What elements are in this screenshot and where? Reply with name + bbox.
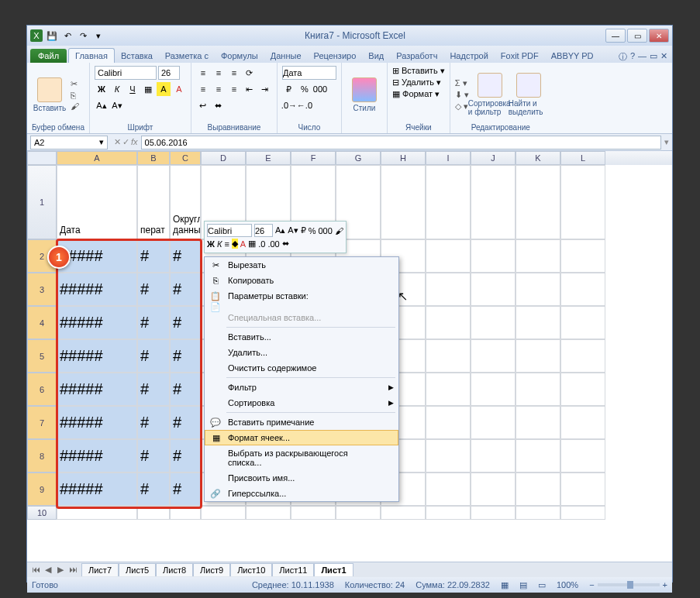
cm-comment[interactable]: 💬Вставить примечание — [205, 414, 398, 430]
align-top-icon[interactable]: ≡ — [196, 66, 210, 80]
col-header-H[interactable]: H — [381, 151, 426, 165]
dec-decimal-icon[interactable]: ←.0 — [298, 98, 312, 112]
cell[interactable] — [516, 506, 560, 520]
cell[interactable] — [560, 165, 605, 239]
col-header-E[interactable]: E — [246, 151, 291, 165]
cancel-edit-icon[interactable]: ✕ — [114, 137, 121, 147]
fx-icon[interactable]: fx — [131, 137, 138, 147]
paste-button[interactable]: Вставить — [32, 66, 67, 123]
cell[interactable] — [426, 339, 471, 373]
col-header-A[interactable]: A — [57, 151, 137, 165]
cells-format-button[interactable]: ▦ Формат ▾ — [392, 89, 445, 99]
zoom-level[interactable]: 100% — [557, 580, 578, 589]
cell[interactable] — [516, 373, 560, 406]
maximize-button[interactable]: ▭ — [627, 29, 647, 43]
doc-max-icon[interactable]: ▭ — [650, 51, 657, 63]
cm-delete[interactable]: Удалить... — [205, 345, 398, 360]
sheet-last-icon[interactable]: ⏭ — [67, 565, 78, 575]
cell[interactable] — [426, 306, 471, 339]
fill-icon[interactable]: ⬇ ▾ — [455, 90, 469, 100]
mini-bold-icon[interactable]: Ж — [207, 239, 215, 249]
cell[interactable] — [471, 473, 516, 506]
formula-bar[interactable]: 05.06.2016 — [141, 136, 661, 150]
col-header-G[interactable]: G — [336, 151, 381, 165]
row-header[interactable]: 3 — [27, 273, 57, 306]
cell[interactable] — [560, 506, 605, 520]
tab-view[interactable]: Вид — [362, 49, 390, 63]
cell[interactable]: перат — [137, 165, 170, 239]
name-box[interactable]: A2▾ — [30, 136, 108, 150]
col-header-I[interactable]: I — [426, 151, 471, 165]
close-button[interactable]: ✕ — [649, 29, 669, 43]
clear-icon[interactable]: ◇ ▾ — [455, 101, 469, 112]
tab-layout[interactable]: Разметка с — [159, 49, 215, 63]
cell[interactable]: ##### — [57, 439, 137, 473]
cm-paste-default[interactable]: 📄 — [205, 304, 398, 310]
cell[interactable] — [381, 165, 426, 239]
cell[interactable]: # — [137, 339, 170, 373]
cm-insert[interactable]: Вставить... — [205, 329, 398, 345]
cell[interactable] — [426, 439, 471, 473]
cell[interactable]: # — [170, 473, 201, 506]
doc-close-icon[interactable]: ✕ — [660, 51, 667, 63]
grow-font-icon[interactable]: A▴ — [95, 98, 109, 112]
cells-delete-button[interactable]: ⊟ Удалить ▾ — [392, 77, 445, 88]
expand-formula-icon[interactable]: ▾ — [661, 137, 672, 147]
cell[interactable] — [291, 506, 336, 520]
cell[interactable] — [471, 273, 516, 306]
mini-inc-dec-icon[interactable]: .0 — [258, 239, 265, 249]
view-layout-icon[interactable]: ▤ — [519, 580, 527, 590]
align-bottom-icon[interactable]: ≡ — [227, 66, 241, 80]
align-left-icon[interactable]: ≡ — [196, 82, 210, 96]
cm-pick-from-list[interactable]: Выбрать из раскрывающегося списка... — [205, 445, 398, 470]
qat-dropdown-icon[interactable]: ▾ — [92, 29, 105, 42]
cell[interactable]: # — [137, 239, 170, 273]
cell[interactable]: Округленные данные — [170, 165, 201, 239]
mini-italic-icon[interactable]: К — [217, 239, 222, 249]
cell[interactable] — [516, 306, 560, 339]
cell[interactable] — [560, 306, 605, 339]
col-header-J[interactable]: J — [471, 151, 516, 165]
sheet-tab[interactable]: Лист8 — [156, 563, 193, 576]
cm-sort[interactable]: Сортировка▶ — [205, 395, 398, 411]
cell[interactable] — [560, 473, 605, 506]
cell[interactable] — [471, 506, 516, 520]
cell[interactable]: # — [137, 306, 170, 339]
cell[interactable] — [471, 339, 516, 373]
row-header[interactable]: 6 — [27, 373, 57, 406]
cell[interactable]: # — [170, 439, 201, 473]
col-header-C[interactable]: C — [170, 151, 201, 165]
help-icon[interactable]: ? — [630, 51, 635, 63]
row-header[interactable]: 10 — [27, 506, 57, 520]
cell[interactable]: # — [137, 439, 170, 473]
cell[interactable] — [471, 306, 516, 339]
cell[interactable] — [560, 339, 605, 373]
underline-icon[interactable]: Ч — [126, 82, 140, 96]
cell[interactable]: ##### — [57, 406, 137, 439]
font-color-icon[interactable]: A — [172, 82, 186, 96]
cell[interactable] — [516, 339, 560, 373]
cell[interactable]: # — [137, 473, 170, 506]
align-right-icon[interactable]: ≡ — [227, 82, 241, 96]
sheet-next-icon[interactable]: ▶ — [55, 565, 66, 575]
percent-icon[interactable]: % — [298, 82, 312, 96]
cell[interactable]: ##### — [57, 339, 137, 373]
cm-hyperlink[interactable]: 🔗Гиперссылка... — [205, 486, 398, 501]
cut-icon[interactable]: ✂ — [71, 79, 79, 89]
cell[interactable] — [426, 273, 471, 306]
cell[interactable]: ##### — [57, 373, 137, 406]
cell[interactable]: # — [170, 339, 201, 373]
cell[interactable]: # — [170, 306, 201, 339]
sheet-first-icon[interactable]: ⏮ — [30, 565, 41, 575]
cell[interactable] — [426, 406, 471, 439]
mini-border-icon[interactable]: ▦ — [248, 239, 256, 249]
currency-icon[interactable]: ₽ — [282, 82, 296, 96]
shrink-font-icon[interactable]: A▾ — [110, 98, 124, 112]
cell[interactable] — [516, 473, 560, 506]
save-icon[interactable]: 💾 — [46, 29, 58, 42]
cell[interactable] — [170, 506, 201, 520]
cm-define-name[interactable]: Присвоить имя... — [205, 470, 398, 486]
styles-button[interactable]: Стили — [347, 66, 382, 123]
mini-grow-icon[interactable]: A▴ — [275, 225, 285, 235]
cell[interactable]: # — [137, 273, 170, 306]
